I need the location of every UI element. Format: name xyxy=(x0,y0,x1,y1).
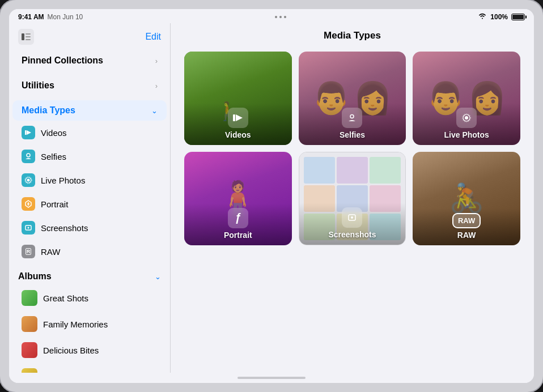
app-content: Edit Pinned Collections › xyxy=(9,23,534,373)
family-memories-label: Family Memories xyxy=(43,319,108,329)
raw-tile-icon: RAW xyxy=(452,213,481,228)
svg-point-15 xyxy=(465,116,468,120)
battery-label: 100% xyxy=(490,13,508,21)
tile-raw[interactable]: 🚴 RAW RAW xyxy=(413,152,520,245)
dot3 xyxy=(284,16,286,18)
sidebar-item-media-types[interactable]: Media Types ⌄ xyxy=(12,100,167,121)
selfies-tile-label: Selfies xyxy=(340,130,365,139)
in-the-sun-thumb xyxy=(22,368,37,373)
sidebar-item-delicious-bites[interactable]: Delicious Bites xyxy=(12,337,167,363)
edit-button[interactable]: Edit xyxy=(145,32,161,42)
status-left: 9:41 AM Mon Jun 10 xyxy=(18,13,83,21)
videos-tile-label: Videos xyxy=(225,130,251,139)
media-types-chevron-icon: ⌄ xyxy=(151,106,158,115)
family-memories-thumb xyxy=(22,316,37,332)
great-shots-left: Great Shots xyxy=(22,290,88,306)
utilities-label: Utilities xyxy=(22,80,54,91)
ss-1 xyxy=(304,157,335,184)
sidebar-item-in-the-sun[interactable]: In the Sun xyxy=(12,363,167,373)
page-title: Media Types xyxy=(171,23,534,47)
status-center xyxy=(275,16,286,18)
ss-3 xyxy=(370,157,401,184)
pinned-chevron-icon: › xyxy=(155,57,158,65)
home-indicator xyxy=(9,373,534,383)
sidebar-item-screenshots[interactable]: Screenshots xyxy=(12,216,167,240)
delicious-bites-thumb xyxy=(22,342,37,358)
screenshots-label-container: Screenshots xyxy=(299,203,406,245)
sidebar-item-portrait[interactable]: Portrait xyxy=(12,192,167,216)
sidebar-item-great-shots[interactable]: Great Shots xyxy=(12,285,167,311)
status-right: 100% xyxy=(478,12,525,21)
sidebar-item-live-photos[interactable]: Live Photos xyxy=(12,168,167,192)
pinned-collections-section: Pinned Collections › xyxy=(9,49,170,72)
svg-rect-13 xyxy=(233,114,235,121)
svg-rect-2 xyxy=(26,36,31,37)
svg-marker-12 xyxy=(236,114,243,121)
videos-label: Videos xyxy=(41,128,67,138)
raw-label: RAW xyxy=(41,247,60,257)
selfies-icon xyxy=(22,150,35,163)
wifi-icon xyxy=(478,12,487,21)
selfies-label: Selfies xyxy=(41,152,66,161)
portrait-icon xyxy=(22,197,35,211)
sidebar-item-raw[interactable]: R RAW xyxy=(12,240,167,263)
svg-point-11 xyxy=(28,227,29,229)
livephotos-left: Live Photos xyxy=(22,173,85,187)
dot1 xyxy=(275,16,277,18)
pinned-left: Pinned Collections xyxy=(22,56,103,66)
in-the-sun-left: In the Sun xyxy=(22,368,82,373)
albums-section: Great Shots Family Memories Delicious Bi… xyxy=(9,284,170,373)
sidebar-item-family-memories[interactable]: Family Memories xyxy=(12,311,167,337)
ss-2 xyxy=(337,157,368,184)
sidebar-header: Edit xyxy=(9,23,170,49)
raw-label-container: RAW RAW xyxy=(413,208,520,245)
ipad-frame: 9:41 AM Mon Jun 10 100% xyxy=(0,0,543,392)
sidebar-item-videos[interactable]: Videos xyxy=(12,121,167,144)
battery-icon xyxy=(511,14,525,20)
albums-header[interactable]: Albums ⌄ xyxy=(9,267,170,284)
raw-tile-label: RAW xyxy=(457,231,476,240)
dot2 xyxy=(279,16,282,18)
livephotos-label-container: Live Photos xyxy=(413,103,520,145)
videos-left: Videos xyxy=(22,126,67,139)
videos-icon-label: Videos xyxy=(190,108,286,139)
tile-selfies[interactable]: 👨 👩 Selfies xyxy=(299,52,406,145)
videos-tile-icon xyxy=(228,108,248,128)
sidebar-item-utilities[interactable]: Utilities › xyxy=(12,75,167,96)
svg-point-19 xyxy=(351,216,353,219)
tile-portrait[interactable]: 🧍 ƒ Portrait xyxy=(184,152,292,245)
tile-screenshots[interactable]: Screenshots xyxy=(299,152,406,245)
livephotos-tile-icon xyxy=(456,108,477,128)
screenshots-label: Screenshots xyxy=(41,223,88,233)
videos-icon xyxy=(22,126,35,139)
utilities-left: Utilities xyxy=(22,80,54,91)
battery-fill xyxy=(512,15,524,19)
tile-videos[interactable]: 🚶 Videos xyxy=(184,52,292,145)
sidebar-item-pinned-collections[interactable]: Pinned Collections › xyxy=(12,50,167,71)
status-bar: 9:41 AM Mon Jun 10 100% xyxy=(9,9,534,23)
portrait-label-container: ƒ Portrait xyxy=(184,203,292,245)
portrait-tile-icon: ƒ xyxy=(228,208,248,228)
screenshots-tile-icon xyxy=(342,207,362,228)
media-types-section: Media Types ⌄ Videos xyxy=(9,99,170,265)
sidebar-toggle-icon[interactable] xyxy=(18,29,34,45)
svg-point-7 xyxy=(27,179,30,182)
raw-icon: R xyxy=(22,245,35,258)
main-panel: Media Types 🚶 xyxy=(171,23,534,373)
media-types-label: Media Types xyxy=(22,105,75,116)
selfies-label-container: Selfies xyxy=(299,103,406,145)
albums-chevron-icon: ⌄ xyxy=(155,272,161,281)
svg-point-14 xyxy=(350,114,354,118)
svg-rect-0 xyxy=(22,33,24,40)
utilities-section: Utilities › xyxy=(9,74,170,97)
family-memories-left: Family Memories xyxy=(22,316,108,332)
great-shots-label: Great Shots xyxy=(43,293,88,303)
sidebar-item-selfies[interactable]: Selfies xyxy=(12,144,167,168)
selfies-tile-icon xyxy=(342,108,362,128)
tile-live-photos[interactable]: 👨 👩 xyxy=(413,52,520,145)
delicious-bites-label: Delicious Bites xyxy=(43,346,99,355)
portrait-left: Portrait xyxy=(22,197,68,211)
screenshots-icon xyxy=(22,221,35,235)
livephotos-tile-label: Live Photos xyxy=(444,130,489,139)
date: Mon Jun 10 xyxy=(48,13,83,21)
